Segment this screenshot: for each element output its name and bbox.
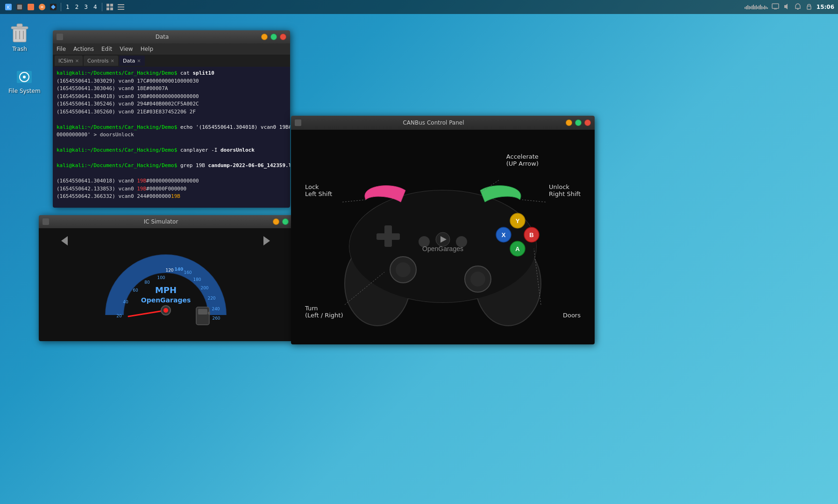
taskbar-num-2[interactable]: 2 [73, 4, 81, 10]
icsim-body: 20 40 60 80 100 120 140 160 180 200 220 … [39, 228, 292, 341]
taskbar-num-1[interactable]: 1 [64, 4, 71, 10]
terminal-menu-view[interactable]: View [120, 46, 133, 52]
svg-text:Y: Y [516, 217, 520, 224]
tab-icsim[interactable]: ICSim ✕ [55, 56, 83, 66]
svg-text:220: 220 [207, 296, 215, 301]
svg-rect-14 [745, 7, 746, 9]
taskbar-app-icon-5[interactable] [49, 2, 58, 12]
icsim-prev-arrow[interactable] [57, 234, 71, 250]
svg-marker-45 [61, 236, 68, 245]
filesystem-label: File System [8, 88, 41, 94]
canbus-minimize-btn[interactable] [566, 119, 572, 126]
canbus-title: CANBus Control Panel [304, 119, 563, 126]
svg-text:A: A [515, 245, 520, 252]
terminal-body[interactable]: kali@kali:~/Documents/Car_Hacking/Demo$ … [53, 67, 290, 208]
svg-rect-35 [807, 6, 811, 9]
tab-icsim-close[interactable]: ✕ [75, 58, 79, 63]
taskbar-app-icon-1[interactable]: K [4, 2, 13, 12]
canbus-window: CANBus Control Panel Accelerate(UP Arrow… [291, 116, 595, 344]
svg-rect-10 [110, 7, 113, 10]
icsim-maximize-btn[interactable] [282, 218, 289, 225]
svg-rect-12 [118, 7, 124, 7]
svg-rect-29 [766, 7, 767, 9]
terminal-titlebar: Data [53, 30, 290, 43]
svg-rect-8 [110, 4, 113, 7]
tab-data[interactable]: Data ✕ [119, 56, 145, 66]
term-line-1: kali@kali:~/Documents/Car_Hacking/Demo$ … [57, 70, 286, 77]
term-line-5: (1654550641.305246) vcan0 294#040B0002CF… [57, 100, 286, 108]
desktop-icon-filesystem[interactable]: File System [6, 61, 43, 97]
filesystem-icon [13, 63, 36, 86]
terminal-menu-actions[interactable]: Actions [73, 46, 94, 52]
icsim-minimize-btn[interactable] [273, 218, 279, 225]
svg-text:MPH: MPH [155, 285, 176, 295]
taskbar: K 1 2 3 4 [0, 0, 838, 14]
terminal-menu-edit[interactable]: Edit [101, 46, 112, 52]
terminal-menu-help[interactable]: Help [141, 46, 153, 52]
tab-controls-close[interactable]: ✕ [111, 58, 114, 63]
icsim-window: IC Simulator 20 40 60 80 100 [39, 215, 292, 341]
term-line-6: (1654550641.305260) vcan0 21E#03E8374522… [57, 108, 286, 116]
taskbar-app-icon-3[interactable] [26, 2, 36, 12]
taskbar-app-icon-2[interactable] [15, 2, 24, 12]
terminal-menubar: File Actions Edit View Help [53, 43, 290, 55]
svg-rect-21 [754, 6, 755, 9]
tab-data-close[interactable]: ✕ [137, 58, 141, 63]
svg-text:140: 140 [174, 267, 183, 272]
svg-rect-24 [759, 6, 760, 9]
svg-text:260: 260 [212, 316, 220, 321]
canbus-close-btn[interactable] [584, 119, 591, 126]
desktop-icon-trash[interactable]: Trash [6, 19, 34, 55]
tab-controls[interactable]: Controls ✕ [84, 56, 118, 66]
taskbar-lock-icon[interactable] [805, 3, 813, 12]
taskbar-monitor-icon[interactable] [772, 3, 779, 12]
term-blank-2 [57, 139, 286, 147]
taskbar-num-3[interactable]: 3 [82, 4, 90, 10]
svg-text:180: 180 [193, 277, 201, 282]
terminal-title: Data [66, 34, 258, 40]
canbus-small-btn[interactable] [295, 119, 301, 126]
svg-rect-3 [17, 5, 22, 9]
terminal-maximize-btn[interactable] [270, 34, 277, 40]
term-blank-4 [57, 170, 286, 178]
term-line-12: (1654550642.366332) vcan0 244#000000019B [57, 193, 286, 201]
canbus-label-lock: LockLeft Shift [305, 183, 332, 197]
taskbar-left: K 1 2 3 4 [4, 2, 126, 12]
term-line-7b: 0000000000' > doorsUnlock [57, 131, 286, 139]
svg-text:120: 120 [165, 268, 173, 273]
svg-rect-17 [749, 6, 750, 9]
term-blank-5 [57, 201, 286, 208]
canbus-titlebar: CANBus Control Panel [291, 116, 595, 130]
canbus-maximize-btn[interactable] [575, 119, 582, 126]
svg-text:200: 200 [200, 286, 208, 290]
svg-rect-4 [28, 4, 34, 10]
taskbar-app-icon-4[interactable] [37, 2, 47, 12]
taskbar-num-4[interactable]: 4 [92, 4, 99, 10]
terminal-close-btn[interactable] [280, 34, 286, 40]
taskbar-notify-icon[interactable] [794, 3, 802, 12]
taskbar-icon-apps[interactable] [116, 2, 126, 12]
term-line-9: kali@kali:~/Documents/Car_Hacking/Demo$ … [57, 162, 286, 170]
svg-text:40: 40 [123, 300, 128, 304]
term-line-4: (1654550641.304018) vcan0 19B#0000000000… [57, 93, 286, 101]
svg-marker-33 [784, 4, 788, 9]
svg-text:100: 100 [157, 275, 165, 280]
svg-line-93 [342, 200, 366, 202]
icsim-small-btn[interactable] [43, 218, 49, 225]
svg-text:80: 80 [144, 280, 150, 285]
canbus-body: Accelerate(UP Arrow) UnlockRight Shift L… [291, 130, 595, 344]
terminal-small-btn[interactable] [57, 34, 63, 40]
term-line-3: (1654550641.303046) vcan0 18E#00007A [57, 85, 286, 93]
svg-line-62 [128, 310, 166, 316]
taskbar-volume-icon[interactable] [783, 3, 790, 12]
term-line-7: kali@kali:~/Documents/Car_Hacking/Demo$ … [57, 124, 286, 132]
svg-text:160: 160 [184, 270, 192, 275]
terminal-menu-file[interactable]: File [57, 46, 66, 52]
terminal-minimize-btn[interactable] [261, 34, 268, 40]
svg-text:B: B [529, 231, 533, 238]
term-line-10: (1654550641.304018) vcan0 19B#0000000000… [57, 177, 286, 185]
svg-rect-18 [750, 7, 751, 9]
icsim-next-arrow[interactable] [260, 234, 274, 250]
taskbar-icon-windows[interactable] [105, 2, 114, 12]
svg-rect-20 [753, 5, 754, 9]
